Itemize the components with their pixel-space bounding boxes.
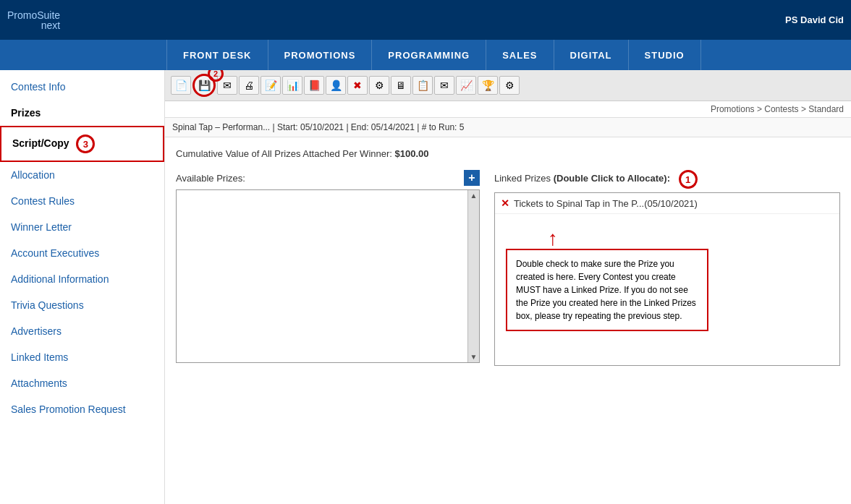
sidebar: Contest Info Prizes Script/Copy 3 Alloca… (0, 70, 165, 504)
toolbar-pdf-btn[interactable]: 📕 (304, 76, 324, 95)
sidebar-item-script-copy[interactable]: Script/Copy 3 (0, 126, 164, 162)
annotation-3: 3 (76, 134, 95, 153)
available-prizes-label: Available Prizes: (176, 173, 245, 184)
tooltip-box: Double check to make sure the Prize you … (506, 249, 708, 331)
sidebar-item-contest-info[interactable]: Contest Info (0, 74, 164, 100)
logo-line1: PromoSuite (7, 10, 60, 20)
toolbar-excel-btn[interactable]: 📊 (282, 76, 302, 95)
toolbar-word-btn[interactable]: 📝 (261, 76, 281, 95)
nav-digital[interactable]: DIGITAL (554, 40, 629, 70)
add-prize-button[interactable]: + (464, 170, 480, 186)
linked-prize-text: Tickets to Spinal Tap in The P...(05/10/… (514, 198, 698, 209)
breadcrumb-text: Promotions > Contests > Standard (711, 104, 844, 114)
linked-prize-item[interactable]: ✕ Tickets to Spinal Tap in The P...(05/1… (495, 193, 839, 214)
toolbar-settings-btn[interactable]: ⚙ (369, 76, 389, 95)
user-info: PS David Cid (785, 14, 844, 25)
remove-prize-button[interactable]: ✕ (501, 197, 509, 209)
toolbar-delete-btn[interactable]: ✖ (347, 76, 368, 95)
prizes-container: Available Prizes: + ▲ ▼ Linked Prizes (176, 170, 840, 366)
breadcrumb: Promotions > Contests > Standard (165, 101, 851, 118)
available-prizes-list[interactable]: ▲ ▼ (176, 189, 480, 363)
nav-sales[interactable]: SALES (486, 40, 554, 70)
toolbar-email2-btn[interactable]: ✉ (434, 76, 454, 95)
main-content: Cumulative Value of All Prizes Attached … (165, 137, 851, 504)
cumulative-value: $100.00 (395, 148, 429, 159)
linked-prizes-header: Linked Prizes (Double Click to Allocate)… (494, 170, 840, 189)
available-prizes-header: Available Prizes: + (176, 170, 480, 186)
cumulative-label: Cumulative Value of All Prizes Attached … (176, 148, 392, 159)
toolbar-print-btn[interactable]: 🖨 (239, 76, 259, 95)
toolbar-clipboard-btn[interactable]: 📋 (412, 76, 433, 95)
sidebar-item-allocation[interactable]: Allocation (0, 162, 164, 188)
toolbar-chart-btn[interactable]: 📈 (456, 76, 476, 95)
toolbar-config-btn[interactable]: ⚙ (499, 76, 520, 95)
info-bar: Spinal Tap – Performan... | Start: 05/10… (165, 118, 851, 137)
logo-line2: next (7, 20, 60, 30)
tooltip-text: Double check to make sure the Prize you … (516, 259, 696, 321)
toolbar-monitor-btn[interactable]: 🖥 (391, 76, 411, 95)
content-area: 📄 💾 2 ✉ 🖨 📝 📊 📕 👤 ✖ ⚙ 🖥 📋 ✉ 📈 🏆 ⚙ Promot… (165, 70, 851, 504)
nav-studio[interactable]: STUDIO (629, 40, 701, 70)
nav-programming[interactable]: PROGRAMMING (372, 40, 486, 70)
sidebar-item-additional-information[interactable]: Additional Information (0, 266, 164, 292)
sidebar-item-account-executives[interactable]: Account Executives (0, 240, 164, 266)
nav-promotions[interactable]: PROMOTIONS (268, 40, 373, 70)
available-prizes-section: Available Prizes: + ▲ ▼ (176, 170, 480, 366)
cumulative-value-row: Cumulative Value of All Prizes Attached … (176, 148, 840, 159)
scroll-up-arrow[interactable]: ▲ (470, 192, 478, 200)
linked-prizes-label: Linked Prizes (494, 173, 551, 184)
info-bar-text: Spinal Tap – Performan... | Start: 05/10… (172, 122, 464, 132)
sidebar-item-linked-items[interactable]: Linked Items (0, 344, 164, 370)
toolbar-user-btn[interactable]: 👤 (326, 76, 346, 95)
sidebar-item-attachments[interactable]: Attachments (0, 370, 164, 396)
sidebar-item-prizes[interactable]: Prizes (0, 100, 164, 126)
sidebar-item-sales-promotion-request[interactable]: Sales Promotion Request (0, 396, 164, 422)
sidebar-item-winner-letter[interactable]: Winner Letter (0, 214, 164, 240)
linked-prizes-box[interactable]: ✕ Tickets to Spinal Tap in The P...(05/1… (494, 192, 840, 366)
nav-bar: FRONT DESK PROMOTIONS PROGRAMMING SALES … (0, 40, 851, 70)
logo: PromoSuite next (7, 10, 60, 30)
toolbar-new-btn[interactable]: 📄 (171, 76, 191, 95)
nav-front-desk[interactable]: FRONT DESK (166, 40, 268, 70)
sidebar-item-contest-rules[interactable]: Contest Rules (0, 188, 164, 214)
main-layout: Contest Info Prizes Script/Copy 3 Alloca… (0, 70, 851, 504)
toolbar-save-btn[interactable]: 💾 2 (192, 74, 216, 97)
toolbar: 📄 💾 2 ✉ 🖨 📝 📊 📕 👤 ✖ ⚙ 🖥 📋 ✉ 📈 🏆 ⚙ (165, 70, 851, 101)
linked-prizes-sub: (Double Click to Allocate): (554, 173, 670, 184)
scroll-down-arrow[interactable]: ▼ (470, 353, 478, 361)
scrollbar[interactable]: ▲ ▼ (467, 190, 479, 362)
annotation-1: 1 (679, 170, 698, 189)
toolbar-trophy-btn[interactable]: 🏆 (478, 76, 498, 95)
sidebar-item-trivia-questions[interactable]: Trivia Questions (0, 292, 164, 318)
linked-prizes-section: Linked Prizes (Double Click to Allocate)… (494, 170, 840, 366)
sidebar-item-advertisers[interactable]: Advertisers (0, 318, 164, 344)
header: PromoSuite next PS David Cid (0, 0, 851, 40)
